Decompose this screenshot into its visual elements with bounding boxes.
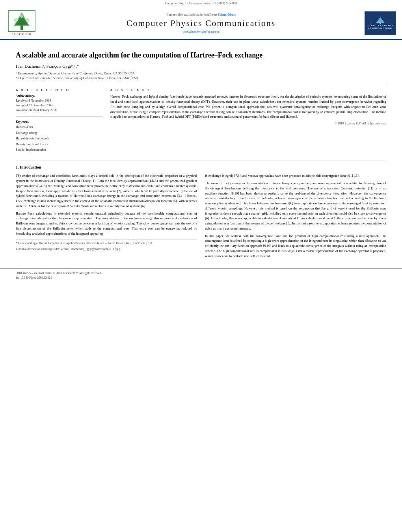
footer: 0010-4655/$ – see front matter © 2010 El… <box>0 269 402 283</box>
footer-issn: 0010-4655/$ – see front matter © 2010 El… <box>16 271 386 275</box>
body-two-col: The choice of exchange and correlation f… <box>16 173 386 261</box>
elsevier-tree-icon <box>8 10 35 32</box>
svg-point-4 <box>26 18 30 22</box>
main-content: A scalable and accurate algorithm for th… <box>0 40 402 265</box>
elsevier-logo: ELSEVIER <box>4 10 39 36</box>
sciencedirect-link[interactable]: ScienceDirect <box>218 13 236 17</box>
contents-line: Contents lists available at ScienceDirec… <box>166 13 236 17</box>
footnote-section: * Corresponding author at: Department of… <box>16 239 197 251</box>
body-right-p2: The main difficulty arising in the compu… <box>205 181 386 231</box>
body-section: 1. Introduction The choice of exchange a… <box>16 165 386 261</box>
received-date: Received 4 November 2009 <box>16 98 102 103</box>
article-history: Article history: Received 4 November 200… <box>16 94 102 113</box>
journal-title-center: Contents lists available at ScienceDirec… <box>39 10 363 36</box>
elsevier-label: ELSEVIER <box>11 33 32 36</box>
history-label: Article history: <box>16 94 102 98</box>
available-date: Available online 4 January 2010 <box>16 108 102 113</box>
body-right-p1: in exchange integrals [7,8], and various… <box>205 173 386 178</box>
footer-doi: doi:10.1016/j.cpc.2009.12.021 <box>16 276 386 280</box>
svg-point-5 <box>20 15 23 18</box>
keyword-4: Density functional theory <box>16 142 102 147</box>
body-left-p1: The choice of exchange and correlation f… <box>16 173 197 208</box>
journal-main-title: Computer Physics Communications <box>127 18 276 28</box>
keywords-block: Keywords: Hartree–Fock Exchange energy H… <box>16 120 102 153</box>
svg-marker-7 <box>376 17 385 23</box>
article-title: A scalable and accurate algorithm for th… <box>16 51 386 60</box>
journal-url[interactable]: www.elsevier.com/locate/cpc <box>182 30 220 33</box>
affiliation-a: ᵃ Department of Applied Science, Univers… <box>16 71 386 75</box>
left-divider <box>16 117 102 117</box>
cpc-logo-box: COMPUTER PHYSICSCOMMUNICATIONS <box>363 10 398 36</box>
citation-text: Computer Physics Communications 181 (201… <box>165 2 237 5</box>
cpc-logo: COMPUTER PHYSICSCOMMUNICATIONS <box>365 11 396 35</box>
journal-header: ELSEVIER Contents lists available at Sci… <box>0 7 402 40</box>
article-info-col: A R T I C L E I N F O Article history: R… <box>16 88 102 157</box>
article-info-header: A R T I C L E I N F O <box>16 88 102 92</box>
citation-bar: Computer Physics Communications 181 (201… <box>0 0 402 7</box>
body-right-col: in exchange integrals [7,8], and various… <box>205 173 386 261</box>
svg-point-3 <box>14 18 18 22</box>
affiliations: ᵃ Department of Applied Science, Univers… <box>16 71 386 80</box>
affiliation-b: ᵇ Department of Computer Science, Univer… <box>16 76 386 80</box>
cpc-logo-text: COMPUTER PHYSICSCOMMUNICATIONS <box>367 24 394 30</box>
section-1-title: 1. Introduction <box>16 165 386 169</box>
accepted-date: Accepted 23 December 2009 <box>16 103 102 108</box>
keyword-2: Exchange energy <box>16 130 102 136</box>
keyword-1: Hartree–Fock <box>16 124 102 130</box>
divider-1 <box>16 84 386 84</box>
authors: Ivan Ducheminᵃ, François Gygiᵃ,ᵇ,* <box>16 64 386 69</box>
body-left-p2: Hartree–Fock calculations in extended sy… <box>16 211 197 236</box>
footnote-star-note: * Corresponding author at: Department of… <box>16 241 197 245</box>
keywords-list: Hartree–Fock Exchange energy Hybrid dens… <box>16 124 102 153</box>
divider-2 <box>16 161 386 161</box>
footnote-email-note: E-mail addresses: iduchemin@uedavis.edu … <box>16 247 197 251</box>
keyword-5: Parallel implementation <box>16 147 102 153</box>
abstract-header: A B S T R A C T <box>110 88 386 92</box>
body-left-col: The choice of exchange and correlation f… <box>16 173 197 261</box>
abstract-col: A B S T R A C T Hartree–Fock exchange an… <box>110 88 386 157</box>
cpc-logo-tree-icon <box>374 17 386 24</box>
keywords-label: Keywords: <box>16 120 102 124</box>
body-right-p3: In this paper, we address both the conve… <box>205 234 386 259</box>
article-info-abstract: A R T I C L E I N F O Article history: R… <box>16 88 386 157</box>
abstract-text: Hartree–Fock exchange and hybrid density… <box>110 94 386 119</box>
history-dates: Received 4 November 2009 Accepted 23 Dec… <box>16 98 102 113</box>
copyright-line: © 2010 Elsevier B.V. All rights reserved… <box>110 122 386 125</box>
keyword-3: Hybrid density functionals <box>16 136 102 141</box>
